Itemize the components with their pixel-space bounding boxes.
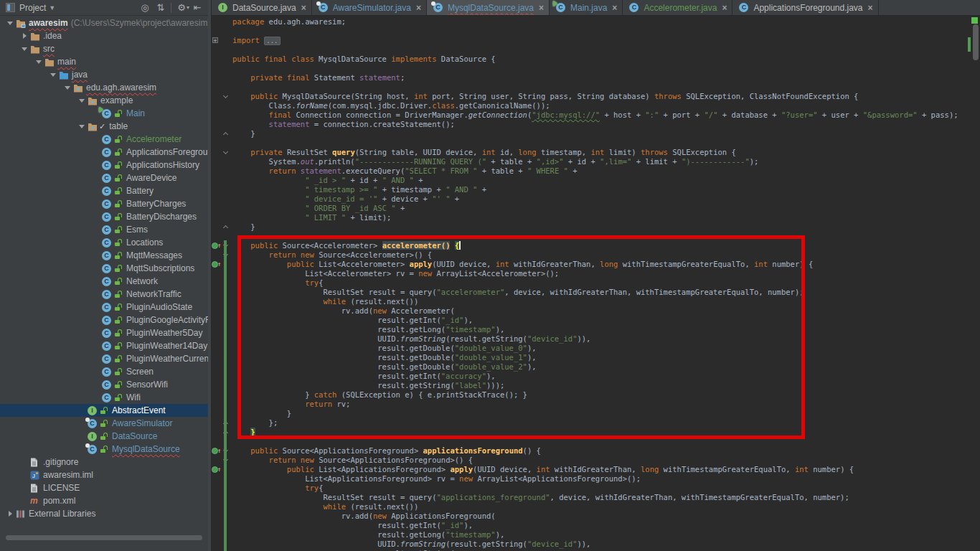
tree-item-awaresimulator[interactable]: CAwareSimulator: [0, 417, 208, 430]
code-line[interactable]: private final Statement statement;: [212, 73, 980, 83]
locate-icon[interactable]: ◎: [137, 2, 153, 13]
tree-item-abstractevent[interactable]: IAbstractEvent: [0, 404, 208, 417]
code-line[interactable]: }: [212, 409, 980, 418]
tree-item-locations[interactable]: CLocations: [0, 236, 208, 249]
tree-item-battery[interactable]: CBattery: [0, 184, 208, 197]
collapse-all-icon[interactable]: ⇅: [153, 2, 169, 13]
expanded-arrow-icon[interactable]: [76, 122, 88, 131]
code-line[interactable]: result.getDouble("double_value_2"),: [212, 362, 980, 372]
tree-item-mqttmessages[interactable]: CMqttMessages: [0, 249, 208, 262]
code-line[interactable]: } catch (SQLException e) { e.printStackT…: [212, 390, 980, 400]
code-line[interactable]: [212, 64, 980, 73]
code-line[interactable]: };: [212, 418, 980, 428]
tree-item-awaresim-iml[interactable]: Jawaresim.iml: [0, 468, 208, 481]
code-line[interactable]: ResultSet result = query("accelerometer"…: [212, 288, 980, 297]
collapsed-arrow-icon[interactable]: [19, 33, 30, 39]
code-line[interactable]: return new Source<Accelerometer>() {: [212, 250, 980, 260]
implements-method-gutter-icon[interactable]: ↑: [212, 241, 222, 250]
code-line[interactable]: [212, 138, 980, 148]
error-stripe-mark[interactable]: [968, 37, 971, 52]
expanded-arrow-icon[interactable]: [19, 44, 30, 54]
code-line[interactable]: return new Source<ApplicationsForeground…: [212, 456, 980, 465]
code-line[interactable]: }: [212, 129, 980, 138]
code-area[interactable]: package edu.agh.awaresim;+import ...publ…: [212, 17, 980, 551]
code-line[interactable]: }: [212, 428, 980, 437]
code-line[interactable]: [212, 27, 980, 36]
code-line[interactable]: UUID.fromString(result.getString("device…: [212, 540, 980, 549]
tree-item-main[interactable]: main: [0, 55, 208, 68]
code-line[interactable]: private ResultSet query(String table, UU…: [212, 148, 980, 157]
tree-item--idea[interactable]: .idea: [0, 29, 208, 42]
code-line[interactable]: " timestamp >= " + timestamp + " AND " +: [212, 185, 980, 194]
project-panel-hscrollbar[interactable]: [6, 535, 202, 540]
code-line[interactable]: Class.forName(com.mysql.jdbc.Driver.clas…: [212, 101, 980, 110]
code-line[interactable]: result.getLong("timestamp"),: [212, 325, 980, 334]
code-line[interactable]: ↑ public Source<Accelerometer> accelerom…: [212, 241, 980, 250]
fold-close-icon[interactable]: [222, 222, 230, 232]
tab-close-icon[interactable]: ×: [868, 4, 873, 12]
code-line[interactable]: result.getInt("_id"),: [212, 316, 980, 325]
tree-item-esms[interactable]: CEsms: [0, 223, 208, 236]
tree-item-awaresim[interactable]: awaresim (C:\Users\Szymek\project\awares…: [0, 17, 208, 29]
tree-item-plugingoogleactivityreco[interactable]: CPluginGoogleActivityReco: [0, 314, 208, 326]
tree-item-pluginaudiostate[interactable]: CPluginAudioState: [0, 301, 208, 314]
code-line[interactable]: statement = connection.createStatement()…: [212, 120, 980, 129]
tree-item-sensorwifi[interactable]: CSensorWifi: [0, 378, 208, 391]
code-line[interactable]: package edu.agh.awaresim;: [212, 17, 980, 27]
tree-item-applicationshistory[interactable]: CApplicationsHistory: [0, 159, 208, 171]
tree-item-accelerometer[interactable]: CAccelerometer: [0, 133, 208, 146]
implements-method-gutter-icon[interactable]: ↑: [212, 260, 222, 269]
tree-item-wifi[interactable]: CWifi: [0, 391, 208, 404]
code-line[interactable]: ResultSet result = query("applications_f…: [212, 493, 980, 502]
code-line[interactable]: ↑ public List<ApplicationsForeground> ap…: [212, 465, 980, 474]
tab-accelerometer-java[interactable]: CAccelerometer.java×: [623, 0, 732, 15]
code-line[interactable]: System.out.println("------------RUNNING …: [212, 157, 980, 166]
tree-item-awaredevice[interactable]: CAwareDevice: [0, 171, 208, 184]
code-line[interactable]: return rv;: [212, 400, 980, 409]
tab-close-icon[interactable]: ×: [301, 4, 306, 12]
expanded-arrow-icon[interactable]: [4, 19, 16, 28]
code-line[interactable]: " LIMIT " + limit);: [212, 213, 980, 222]
tab-close-icon[interactable]: ×: [612, 4, 617, 12]
expanded-arrow-icon[interactable]: [33, 57, 44, 67]
tab-close-icon[interactable]: ×: [416, 4, 421, 12]
code-line[interactable]: [212, 45, 980, 55]
tree-item-pom-xml[interactable]: mpom.xml: [0, 494, 208, 507]
expanded-arrow-icon[interactable]: [76, 96, 88, 105]
fold-open-icon[interactable]: [222, 148, 230, 157]
tree-item-edu-agh-awaresim[interactable]: edu.agh.awaresim: [0, 81, 208, 94]
tree-item-pluginweather5day[interactable]: CPluginWeather5Day: [0, 326, 208, 339]
code-line[interactable]: " device_id = '" + device + "' " +: [212, 194, 980, 204]
code-line[interactable]: }: [212, 222, 980, 232]
tree-item-table[interactable]: ✓table: [0, 120, 208, 133]
tree-item-mysqldatasource[interactable]: CMysqlDataSource: [0, 443, 208, 456]
implements-method-gutter-icon[interactable]: ↑: [212, 446, 222, 456]
expanded-arrow-icon[interactable]: [62, 83, 73, 93]
tree-item-mqttsubscriptions[interactable]: CMqttSubscriptions: [0, 262, 208, 275]
tab-awaresimulator-java[interactable]: CAwareSimulator.java×: [312, 0, 427, 15]
tree-item-batterydischarges[interactable]: CBatteryDischarges: [0, 210, 208, 223]
tree-item-pluginweather14day[interactable]: CPluginWeather14Day: [0, 339, 208, 352]
code-line[interactable]: " ORDER BY _id ASC " +: [212, 204, 980, 213]
tab-applicationsforeground-java[interactable]: CApplicationsForeground.java×: [732, 0, 878, 15]
code-line[interactable]: public MysqlDataSource(String host, int …: [212, 92, 980, 101]
code-line[interactable]: [212, 83, 980, 92]
tree-item--gitignore[interactable]: .gitignore: [0, 456, 208, 468]
tree-item-src[interactable]: src: [0, 42, 208, 55]
code-line[interactable]: result.getInt("_id"),: [212, 521, 980, 530]
code-line[interactable]: List<ApplicationsForeground> rv = new Ar…: [212, 474, 980, 484]
code-line[interactable]: ↑ public List<Accelerometer> apply(UUID …: [212, 260, 980, 269]
code-line[interactable]: " _id > " + id + " AND " +: [212, 176, 980, 185]
tree-item-datasource[interactable]: IDataSource: [0, 430, 208, 443]
code-line[interactable]: UUID.fromString(result.getString("device…: [212, 334, 980, 344]
tree-item-networktraffic[interactable]: CNetworkTraffic: [0, 288, 208, 301]
implements-method-gutter-icon[interactable]: ↑: [212, 465, 222, 474]
code-line[interactable]: +import ...: [212, 36, 980, 45]
tree-item-network[interactable]: CNetwork: [0, 275, 208, 288]
hide-panel-icon[interactable]: ⇤: [189, 2, 205, 13]
code-line[interactable]: while (result.next()): [212, 297, 980, 306]
code-line[interactable]: while (result.next()): [212, 502, 980, 512]
inspection-indicator[interactable]: [971, 17, 978, 24]
code-line[interactable]: ↑ public Source<ApplicationsForeground> …: [212, 446, 980, 456]
code-line[interactable]: List<Accelerometer> rv = new ArrayList<A…: [212, 269, 980, 278]
